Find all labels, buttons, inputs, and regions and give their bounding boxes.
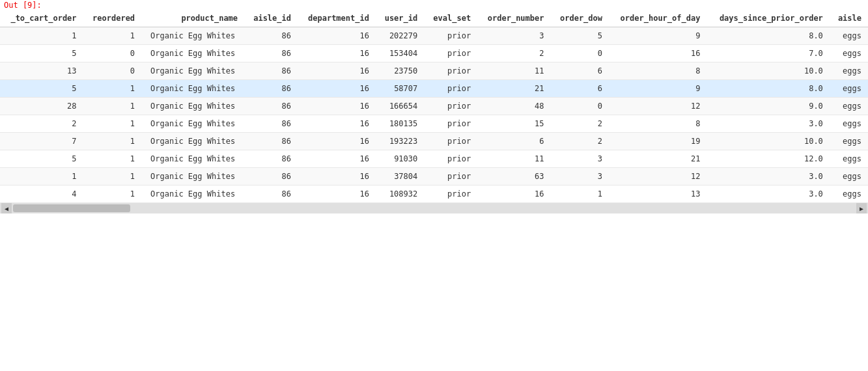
cell-product-name: Organic Egg Whites [141, 168, 244, 186]
table-cell: 7 [0, 133, 83, 150]
table-cell: eggs [830, 115, 868, 133]
col-header-order-hour-of-day: order_hour_of_day [609, 10, 707, 27]
table-cell: 5 [0, 150, 83, 168]
table-cell: 7.0 [707, 45, 829, 62]
table-cell: 1 [83, 168, 142, 186]
table-cell: 202279 [376, 27, 424, 45]
cell-product-name: Organic Egg Whites [141, 62, 244, 80]
table-cell: 1 [83, 115, 142, 133]
table-cell: 16 [477, 186, 550, 203]
table-cell: eggs [830, 62, 868, 80]
table-row: 51Organic Egg Whites861658707prior21698.… [0, 80, 868, 98]
table-cell: eggs [830, 186, 868, 203]
table-cell: 6 [551, 62, 609, 80]
table-cell: 13 [0, 62, 83, 80]
table-cell: 108932 [376, 186, 424, 203]
table-cell: 91030 [376, 150, 424, 168]
table-cell: 21 [609, 150, 707, 168]
table-cell: eggs [830, 45, 868, 62]
cell-product-name: Organic Egg Whites [141, 133, 244, 150]
col-header-days-since-prior-order: days_since_prior_order [707, 10, 829, 27]
table-cell: 16 [298, 168, 376, 186]
table-cell: 58707 [376, 80, 424, 98]
table-cell: 9.0 [707, 98, 829, 115]
table-cell: 3 [477, 27, 550, 45]
table-cell: 8 [609, 62, 707, 80]
table-cell: 6 [551, 80, 609, 98]
table-cell: 86 [244, 62, 298, 80]
col-header-aisle: aisle [830, 10, 868, 27]
table-cell: 10.0 [707, 133, 829, 150]
table-cell: 8.0 [707, 27, 829, 45]
table-cell: 16 [298, 62, 376, 80]
col-header-reordered: reordered [83, 10, 142, 27]
table-cell: eggs [830, 168, 868, 186]
table-cell: 86 [244, 115, 298, 133]
table-cell: 16 [298, 27, 376, 45]
scroll-right-arrow[interactable]: ▶ [856, 203, 867, 213]
table-cell: eggs [830, 80, 868, 98]
scrollbar-thumb[interactable] [13, 204, 130, 212]
col-header-order-dow: order_dow [551, 10, 609, 27]
table-cell: 86 [244, 150, 298, 168]
table-cell: 3.0 [707, 186, 829, 203]
table-cell: 5 [0, 80, 83, 98]
table-cell: prior [424, 150, 477, 168]
table-cell: 5 [0, 45, 83, 62]
table-cell: 63 [477, 168, 550, 186]
col-header-order-number: order_number [477, 10, 550, 27]
table-cell: 9 [609, 80, 707, 98]
table-cell: 16 [609, 45, 707, 62]
table-cell: 1 [0, 168, 83, 186]
table-cell: 21 [477, 80, 550, 98]
col-header-aisle-id: aisle_id [244, 10, 298, 27]
table-cell: 86 [244, 186, 298, 203]
table-row: 130Organic Egg Whites861623750prior11681… [0, 62, 868, 80]
cell-product-name: Organic Egg Whites [141, 45, 244, 62]
table-cell: 0 [551, 45, 609, 62]
table-cell: 86 [244, 80, 298, 98]
col-header-user-id: user_id [376, 10, 424, 27]
table-cell: 15 [477, 115, 550, 133]
cell-product-name: Organic Egg Whites [141, 98, 244, 115]
table-cell: 2 [551, 115, 609, 133]
table-cell: 16 [298, 115, 376, 133]
table-cell: 3 [551, 150, 609, 168]
table-cell: 13 [609, 186, 707, 203]
table-cell: 5 [551, 27, 609, 45]
table-cell: 6 [477, 133, 550, 150]
table-cell: 86 [244, 168, 298, 186]
table-row: 21Organic Egg Whites8616180135prior15283… [0, 115, 868, 133]
table-cell: 28 [0, 98, 83, 115]
table-cell: prior [424, 115, 477, 133]
table-cell: prior [424, 62, 477, 80]
horizontal-scrollbar[interactable]: ◀ ▶ [0, 203, 868, 213]
table-cell: 180135 [376, 115, 424, 133]
table-cell: 0 [551, 98, 609, 115]
table-cell: 1 [83, 186, 142, 203]
scroll-left-arrow[interactable]: ◀ [1, 203, 12, 213]
col-header-department-id: department_id [298, 10, 376, 27]
table-cell: 16 [298, 80, 376, 98]
table-row: 51Organic Egg Whites861691030prior113211… [0, 150, 868, 168]
table-cell: 0 [83, 62, 142, 80]
table-cell: 1 [83, 98, 142, 115]
table-cell: eggs [830, 27, 868, 45]
table-cell: prior [424, 45, 477, 62]
table-cell: prior [424, 133, 477, 150]
table-cell: 16 [298, 150, 376, 168]
table-cell: 16 [298, 45, 376, 62]
table-cell: 19 [609, 133, 707, 150]
table-cell: 16 [298, 186, 376, 203]
table-cell: eggs [830, 98, 868, 115]
table-cell: 2 [0, 115, 83, 133]
table-cell: 2 [477, 45, 550, 62]
cell-product-name: Organic Egg Whites [141, 115, 244, 133]
table-cell: 4 [0, 186, 83, 203]
table-row: 11Organic Egg Whites861637804prior633123… [0, 168, 868, 186]
table-cell: 1 [551, 186, 609, 203]
table-row: 41Organic Egg Whites8616108932prior16113… [0, 186, 868, 203]
table-cell: 1 [0, 27, 83, 45]
table-row: 50Organic Egg Whites8616153404prior20167… [0, 45, 868, 62]
table-cell: 2 [551, 133, 609, 150]
